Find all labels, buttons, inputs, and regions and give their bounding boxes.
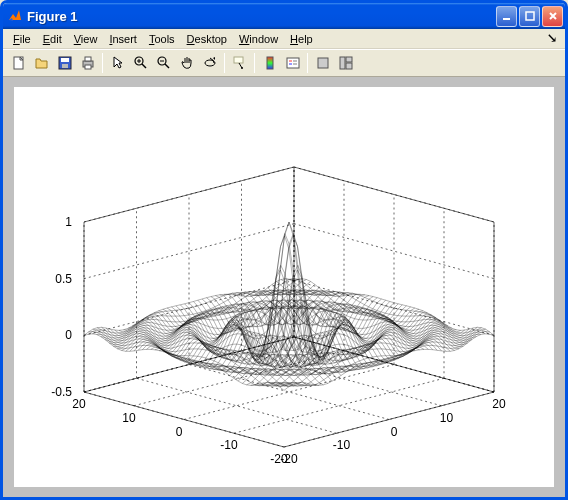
svg-rect-19 <box>267 57 273 69</box>
menu-help[interactable]: Help <box>284 31 319 47</box>
menu-window[interactable]: Window <box>233 31 284 47</box>
svg-rect-1 <box>526 12 534 20</box>
svg-text:-10: -10 <box>220 438 238 452</box>
svg-rect-26 <box>340 57 345 69</box>
svg-text:10: 10 <box>440 411 454 425</box>
svg-text:0.5: 0.5 <box>55 272 72 286</box>
menu-view[interactable]: View <box>68 31 104 47</box>
svg-text:0: 0 <box>65 328 72 342</box>
svg-line-14 <box>165 64 169 68</box>
figure-window: Figure 1 File Edit View Insert Tools Des… <box>0 0 568 500</box>
menu-desktop[interactable]: Desktop <box>181 31 233 47</box>
svg-line-61 <box>184 365 394 420</box>
zoom-out-button[interactable] <box>152 52 175 74</box>
svg-rect-0 <box>503 18 510 20</box>
menu-tools[interactable]: Tools <box>143 31 181 47</box>
menu-edit[interactable]: Edit <box>37 31 68 47</box>
minimize-button[interactable] <box>496 6 517 27</box>
rotate3d-button[interactable] <box>198 52 221 74</box>
figure-canvas[interactable]: -0.500.51-20-1001020-20-1001020 <box>3 77 565 497</box>
maximize-button[interactable] <box>519 6 540 27</box>
legend-button[interactable] <box>281 52 304 74</box>
svg-text:10: 10 <box>122 411 136 425</box>
svg-rect-4 <box>61 58 69 62</box>
svg-rect-27 <box>346 57 352 62</box>
svg-rect-5 <box>62 64 68 68</box>
datacursor-button[interactable] <box>228 52 251 74</box>
svg-text:20: 20 <box>72 397 86 411</box>
svg-line-43 <box>294 224 494 279</box>
svg-text:-10: -10 <box>333 438 351 452</box>
menu-file[interactable]: File <box>7 31 37 47</box>
svg-rect-25 <box>318 58 328 68</box>
svg-rect-7 <box>85 57 91 61</box>
svg-rect-17 <box>234 57 243 63</box>
svg-text:0: 0 <box>391 425 398 439</box>
svg-text:0: 0 <box>176 425 183 439</box>
zoom-in-button[interactable] <box>129 52 152 74</box>
pan-button[interactable] <box>175 52 198 74</box>
save-button[interactable] <box>53 52 76 74</box>
svg-line-42 <box>84 224 294 279</box>
window-title: Figure 1 <box>27 9 496 24</box>
titlebar[interactable]: Figure 1 <box>3 3 565 29</box>
svg-text:-0.5: -0.5 <box>51 385 72 399</box>
svg-point-18 <box>241 67 243 69</box>
svg-rect-20 <box>287 58 299 68</box>
close-button[interactable] <box>542 6 563 27</box>
menu-insert[interactable]: Insert <box>103 31 143 47</box>
axes-3d[interactable]: -0.500.51-20-1001020-20-1001020 <box>14 87 554 487</box>
svg-text:-20: -20 <box>270 452 288 466</box>
print-button[interactable] <box>76 52 99 74</box>
svg-line-51 <box>189 365 389 420</box>
svg-text:20: 20 <box>492 397 506 411</box>
colorbar-button[interactable] <box>258 52 281 74</box>
dock-icon[interactable]: ↘ <box>547 31 561 46</box>
svg-text:1: 1 <box>65 215 72 229</box>
new-figure-button[interactable] <box>7 52 30 74</box>
matlab-icon <box>7 8 23 24</box>
svg-rect-28 <box>346 63 352 69</box>
hide-plot-tools-button[interactable] <box>311 52 334 74</box>
svg-line-10 <box>142 64 146 68</box>
show-plot-tools-button[interactable] <box>334 52 357 74</box>
svg-line-53 <box>242 351 442 406</box>
toolbar <box>3 49 565 77</box>
menubar: File Edit View Insert Tools Desktop Wind… <box>3 29 565 49</box>
svg-rect-8 <box>85 65 91 69</box>
pointer-button[interactable] <box>106 52 129 74</box>
svg-line-49 <box>137 378 337 433</box>
open-file-button[interactable] <box>30 52 53 74</box>
